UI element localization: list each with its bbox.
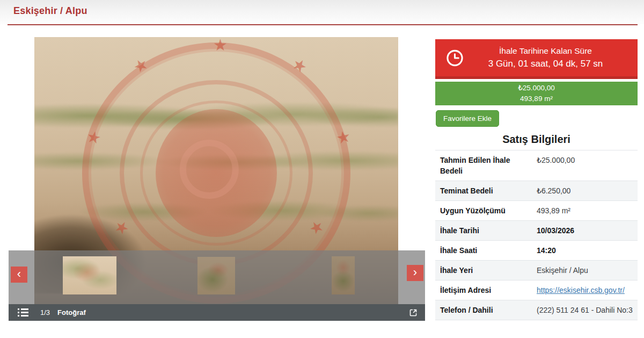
contact-address-link[interactable]: https://eskisehir.csb.gov.tr/ bbox=[537, 286, 625, 294]
table-row: Telefon / Dahili(222) 511 24 61 - Dahili… bbox=[435, 300, 638, 320]
carousel-next-button[interactable]: › bbox=[407, 265, 423, 281]
header-band bbox=[0, 0, 644, 24]
add-to-favorites-button[interactable]: Favorilere Ekle bbox=[436, 110, 499, 127]
clock-icon bbox=[446, 49, 464, 67]
table-row: Teminat Bedeli₺6.250,00 bbox=[435, 181, 638, 201]
row-value: ₺6.250,00 bbox=[537, 181, 638, 200]
thumbnail-3[interactable] bbox=[332, 256, 355, 294]
star-icon bbox=[333, 127, 354, 148]
thumbnail-strip: ‹ › bbox=[9, 250, 425, 304]
star-icon bbox=[130, 55, 151, 76]
header-divider bbox=[8, 24, 638, 25]
countdown-banner: İhale Tarihine Kalan Süre 3 Gün, 01 saat… bbox=[435, 39, 638, 79]
area-value: 493,89 m² bbox=[435, 94, 638, 104]
photo-counter: 1/3 bbox=[40, 308, 50, 317]
row-value: Eskişehir / Alpu bbox=[537, 261, 638, 280]
star-icon bbox=[213, 37, 228, 53]
countdown-title: İhale Tarihine Kalan Süre bbox=[463, 46, 628, 56]
row-label: Uygun Yüzölçümü bbox=[435, 201, 532, 220]
table-row: Tahmin Edilen İhale Bedeli₺25.000,00 bbox=[435, 150, 638, 181]
photo-carousel: ‹ › 1/3 Fotoğraf bbox=[9, 37, 425, 321]
star-icon bbox=[83, 127, 104, 148]
star-icon bbox=[289, 55, 310, 76]
carousel-prev-button[interactable]: ‹ bbox=[11, 267, 27, 283]
carousel-caption-bar: 1/3 Fotoğraf bbox=[9, 304, 425, 321]
row-label: İhale Tarihi bbox=[435, 221, 532, 240]
row-label: İletişim Adresi bbox=[435, 281, 532, 300]
price-banner: ₺25.000,00 493,89 m² bbox=[435, 82, 638, 105]
table-row: İletişim Adresihttps://eskisehir.csb.gov… bbox=[435, 281, 638, 300]
row-label: İhale Saati bbox=[435, 241, 532, 260]
fullscreen-icon[interactable] bbox=[409, 308, 418, 317]
row-label: İhale Yeri bbox=[435, 261, 532, 280]
table-row: İhale YeriEskişehir / Alpu bbox=[435, 261, 638, 281]
thumbnail-2[interactable] bbox=[197, 257, 235, 294]
star-icon bbox=[111, 218, 132, 238]
photo-caption-label: Fotoğraf bbox=[57, 308, 86, 317]
row-value: (222) 511 24 61 - Dahili No:3 bbox=[537, 300, 638, 320]
row-label: Teminat Bedeli bbox=[435, 181, 532, 200]
row-label: Tahmin Edilen İhale Bedeli bbox=[435, 150, 532, 181]
auction-panel: İhale Tarihine Kalan Süre 3 Gün, 01 saat… bbox=[435, 39, 638, 320]
price-value: ₺25.000,00 bbox=[435, 83, 638, 94]
row-value[interactable]: https://eskisehir.csb.gov.tr/ bbox=[537, 281, 638, 300]
table-row: İhale Saati14:20 bbox=[435, 241, 638, 261]
thumbnail-1[interactable] bbox=[63, 256, 116, 294]
chevron-left-icon: ‹ bbox=[17, 268, 21, 280]
row-label: Telefon / Dahili bbox=[435, 300, 532, 320]
chevron-right-icon: › bbox=[413, 267, 417, 278]
row-value: 10/03/2026 bbox=[537, 221, 638, 240]
crescent-icon bbox=[180, 140, 239, 199]
table-row: Uygun Yüzölçümü493,89 m² bbox=[435, 201, 638, 221]
row-value: 14:20 bbox=[537, 241, 638, 260]
row-value: ₺25.000,00 bbox=[537, 150, 638, 181]
star-icon bbox=[306, 218, 327, 238]
page-title: Eskişehir / Alpu bbox=[13, 5, 87, 17]
sale-info-title: Satış Bilgileri bbox=[435, 133, 638, 146]
seal-emblem bbox=[156, 109, 277, 237]
list-icon[interactable] bbox=[18, 308, 28, 317]
table-row: İhale Tarihi10/03/2026 bbox=[435, 221, 638, 241]
row-value: 493,89 m² bbox=[537, 201, 638, 220]
sale-info-table: Tahmin Edilen İhale Bedeli₺25.000,00Temi… bbox=[435, 150, 638, 320]
countdown-remaining: 3 Gün, 01 saat, 04 dk, 57 sn bbox=[463, 59, 628, 69]
